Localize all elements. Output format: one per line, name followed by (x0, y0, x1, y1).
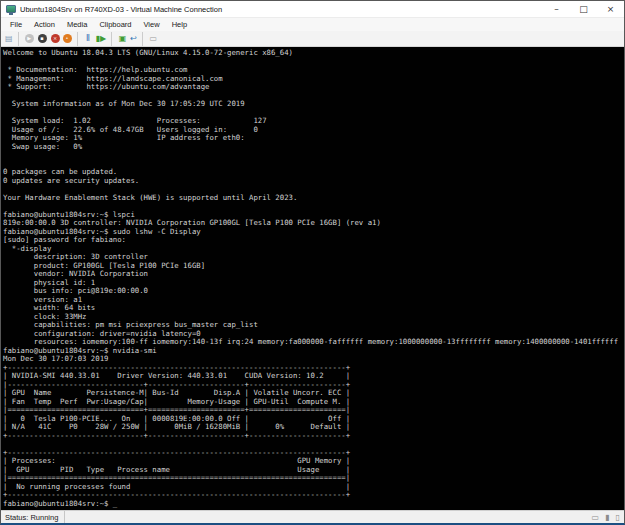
close-icon: × (607, 4, 615, 14)
checkpoint-icon: ▣ (119, 35, 127, 43)
shut-down-icon: × (51, 34, 60, 43)
vm-connection-window: Ubuntu1804Srv on R740XD-03 - Virtual Mac… (0, 0, 625, 525)
terminal-line: Welcome to Ubuntu 18.04.3 LTS (GNU/Linux… (3, 49, 624, 58)
close-button[interactable]: × (597, 1, 624, 17)
status-label: Status: Running (5, 511, 65, 523)
title-bar[interactable]: Ubuntu1804Srv on R740XD-03 - Virtual Mac… (1, 1, 624, 17)
terminal-line: System information as of Mon Dec 30 17:0… (3, 100, 624, 109)
menu-clipboard[interactable]: Clipboard (93, 20, 137, 29)
menu-view[interactable]: View (138, 20, 166, 29)
menu-action[interactable]: Action (28, 20, 61, 29)
maximize-button[interactable]: □ (570, 1, 597, 17)
menu-media[interactable]: Media (61, 20, 93, 29)
toolbar: ▤ ▶ ▪ × • Ⅱ ▮▶ (1, 31, 624, 47)
terminal-line (3, 151, 624, 160)
status-icons: ▭ ▮ ▯ (587, 513, 620, 522)
display-status-icon: ▭ (591, 513, 599, 522)
pause-button[interactable]: Ⅱ (82, 32, 95, 46)
start-icon: ▶ (25, 34, 34, 43)
turn-off-icon: ▪ (38, 34, 47, 43)
save-icon: • (63, 34, 72, 43)
turn-off-button[interactable]: ▪ (36, 32, 49, 46)
terminal-line: version: a1 (3, 296, 624, 305)
window-controls: – □ × (543, 1, 624, 17)
terminal-line: fabiano@ubuntu1804srv:~$ _ (3, 500, 624, 509)
terminal-line: Swap usage: 0% (3, 143, 624, 152)
ctrl-alt-del-button[interactable]: ▤ (4, 32, 19, 46)
pause-icon: Ⅱ (86, 35, 90, 43)
terminal-line: Your Hardware Enablement Stack (HWE) is … (3, 194, 624, 203)
start-button[interactable]: ▶ (23, 32, 36, 46)
keyboard-icon: ▤ (5, 35, 13, 43)
usb-status-icon: ▮ (605, 513, 609, 522)
lock-status-icon: ▯ (616, 513, 620, 522)
checkpoint-button[interactable]: ▣ (116, 32, 129, 46)
terminal-line: vendor: NVIDIA Corporation (3, 270, 624, 279)
monitor-icon: ▭ (150, 35, 158, 43)
enhanced-session-button[interactable]: ▭ (147, 32, 160, 46)
menu-bar: File Action Media Clipboard View Help (1, 17, 624, 31)
minimize-icon: – (554, 4, 559, 14)
vm-app-icon (6, 5, 16, 13)
revert-icon: ↩ (130, 35, 137, 43)
terminal-line: [sudo] password for fabiano: (3, 236, 624, 245)
revert-button[interactable]: ↩ (129, 32, 143, 46)
minimize-button[interactable]: – (543, 1, 570, 17)
maximize-icon: □ (579, 4, 588, 14)
terminal-line: bus info: pci@819e:00:00.0 (3, 287, 624, 296)
save-button[interactable]: • (62, 32, 78, 46)
terminal-line: * Support: https://ubuntu.com/advantage (3, 83, 624, 92)
terminal-line: Memory usage: 1% IP address for eth0: (3, 134, 624, 143)
window-title: Ubuntu1804Srv on R740XD-03 - Virtual Mac… (20, 5, 539, 14)
reset-icon: ▮▶ (96, 35, 107, 43)
reset-button[interactable]: ▮▶ (95, 32, 113, 46)
terminal-console[interactable]: Welcome to Ubuntu 18.04.3 LTS (GNU/Linux… (1, 47, 624, 510)
terminal-line: 0 updates are security updates. (3, 177, 624, 186)
shut-down-button[interactable]: × (49, 32, 62, 46)
menu-file[interactable]: File (4, 20, 28, 29)
terminal-line: +-------------------------------+-------… (3, 432, 624, 441)
menu-help[interactable]: Help (166, 20, 193, 29)
terminal-line: width: 64 bits (3, 304, 624, 313)
status-bar: Status: Running ▭ ▮ ▯ (1, 510, 624, 523)
